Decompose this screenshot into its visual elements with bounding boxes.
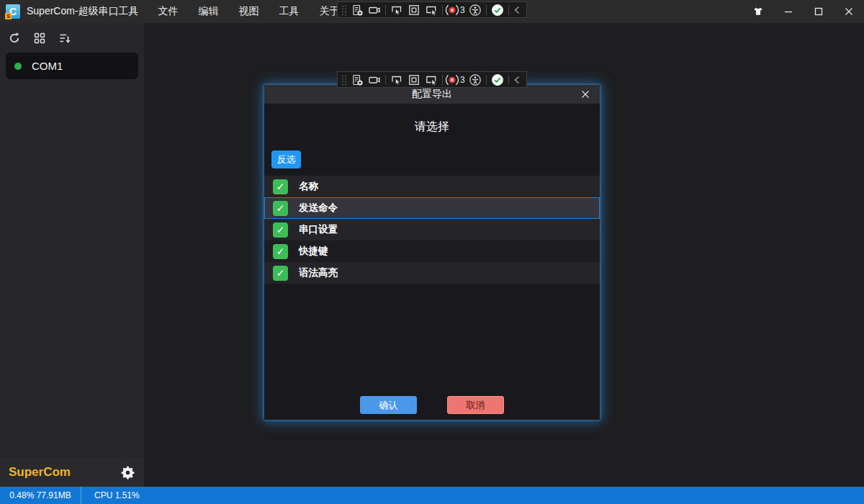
brand-label: SuperCom: [9, 465, 71, 480]
maximize-button[interactable]: [804, 0, 834, 23]
menubar: 文件 编辑 视图 工具 关于: [148, 0, 350, 23]
toolbar-separator: [442, 75, 443, 85]
theme-skin-button[interactable]: [743, 0, 773, 23]
refresh-ports-button[interactable]: [7, 31, 22, 45]
error-count-label: 3: [460, 75, 465, 85]
dialog-title: 配置导出: [412, 88, 452, 101]
export-item-label: 串口设置: [299, 223, 338, 236]
window-capture-icon[interactable]: [423, 72, 440, 87]
dialog-footer: 确认 取消: [264, 396, 600, 414]
app-logo-badge: S: [5, 13, 12, 19]
checkbox-checked-icon[interactable]: ✓: [273, 222, 288, 238]
fixed-region-icon[interactable]: [405, 72, 423, 87]
export-item-row-syntax-highlight[interactable]: ✓ 语法高亮: [264, 262, 600, 284]
checkbox-checked-icon[interactable]: ✓: [273, 244, 288, 259]
confirm-button[interactable]: 确认: [360, 396, 417, 414]
close-icon: [843, 6, 855, 17]
toolbar-separator: [508, 5, 509, 15]
export-item-row-send-commands[interactable]: ✓ 发送命令: [264, 197, 600, 219]
capture-toolbar-titlebar[interactable]: 3: [337, 1, 527, 18]
sort-descending-icon: [58, 32, 71, 45]
invert-selection-button[interactable]: 反选: [271, 150, 301, 168]
fixed-region-icon[interactable]: [405, 2, 423, 17]
menu-tools[interactable]: 工具: [269, 0, 310, 23]
dialog-close-button[interactable]: [577, 85, 594, 104]
export-item-label: 语法高亮: [299, 266, 338, 279]
grid-icon: [33, 32, 46, 45]
export-item-label: 名称: [299, 180, 318, 193]
gear-icon: [120, 465, 135, 480]
minimize-button[interactable]: [773, 0, 804, 23]
statusbar: 0.48% 77.91MB CPU 1.51%: [0, 487, 864, 504]
refresh-icon: [8, 32, 21, 45]
window-capture-icon[interactable]: [423, 2, 440, 17]
export-item-list: ✓ 名称 ✓ 发送命令 ✓ 串口设置 ✓ 快捷键 ✓ 语法高亮: [264, 176, 600, 284]
drag-handle-icon[interactable]: [340, 72, 348, 87]
accessibility-icon[interactable]: [467, 72, 484, 87]
error-count-indicator[interactable]: 3: [445, 4, 467, 16]
grid-view-button[interactable]: [32, 31, 47, 45]
export-item-row-shortcuts[interactable]: ✓ 快捷键: [264, 240, 600, 262]
confirm-check-icon[interactable]: [489, 2, 506, 17]
sidebar: COM1 SuperCom: [0, 23, 144, 487]
toolbar-separator: [442, 5, 443, 15]
export-item-label: 快捷键: [299, 245, 328, 258]
memory-usage-label: 0.48% 77.91MB: [0, 490, 81, 500]
record-camera-icon[interactable]: [366, 2, 383, 17]
toolbar-separator: [486, 5, 487, 15]
cpu-usage-label: CPU 1.51%: [81, 490, 140, 500]
app-logo-icon: C S: [6, 4, 20, 19]
config-export-dialog: 配置导出 请选择 反选 ✓ 名称 ✓ 发送命令 ✓ 串口设置 ✓ 快捷键 ✓ 语…: [264, 85, 600, 420]
select-region-icon[interactable]: [388, 2, 405, 17]
maximize-icon: [813, 6, 824, 17]
checkbox-checked-icon[interactable]: ✓: [273, 266, 288, 281]
sort-list-button[interactable]: [58, 31, 72, 45]
menu-view[interactable]: 视图: [229, 0, 269, 23]
accessibility-icon[interactable]: [467, 2, 484, 17]
dialog-prompt: 请选择: [264, 104, 600, 135]
sidebar-footer: SuperCom: [0, 458, 144, 487]
scroll-capture-icon[interactable]: [348, 2, 366, 17]
checkbox-checked-icon[interactable]: ✓: [273, 201, 288, 216]
tshirt-icon: [752, 6, 764, 17]
sidebar-item-com1[interactable]: COM1: [6, 53, 138, 79]
confirm-check-icon[interactable]: [489, 72, 506, 87]
window-controls: [743, 0, 864, 23]
minimize-icon: [783, 6, 794, 17]
export-item-row-name[interactable]: ✓ 名称: [264, 176, 600, 197]
collapse-chevron-icon[interactable]: [511, 72, 523, 87]
select-region-icon[interactable]: [388, 72, 405, 87]
port-name-label: COM1: [32, 60, 63, 72]
capture-toolbar-floating[interactable]: 3: [337, 71, 527, 88]
export-item-row-serial-settings[interactable]: ✓ 串口设置: [264, 219, 600, 240]
scroll-capture-icon[interactable]: [348, 72, 366, 87]
collapse-chevron-icon[interactable]: [511, 2, 523, 17]
toolbar-separator: [486, 75, 487, 85]
close-window-button[interactable]: [834, 0, 864, 23]
toolbar-separator: [508, 75, 509, 85]
error-count-label: 3: [460, 5, 465, 15]
error-count-indicator[interactable]: 3: [445, 74, 467, 86]
cancel-button[interactable]: 取消: [447, 396, 504, 414]
port-status-dot: [14, 63, 22, 70]
toolbar-separator: [385, 5, 386, 15]
record-camera-icon[interactable]: [366, 72, 383, 87]
export-item-label: 发送命令: [299, 202, 338, 215]
sidebar-toolbar: [0, 23, 144, 46]
toolbar-separator: [385, 75, 386, 85]
drag-handle-icon[interactable]: [340, 2, 348, 17]
menu-file[interactable]: 文件: [148, 0, 189, 23]
close-icon: [580, 89, 590, 99]
window-title: SuperCom-超级串口工具: [27, 5, 139, 18]
checkbox-checked-icon[interactable]: ✓: [273, 179, 288, 194]
menu-edit[interactable]: 编辑: [189, 0, 229, 23]
settings-button[interactable]: [120, 465, 135, 480]
